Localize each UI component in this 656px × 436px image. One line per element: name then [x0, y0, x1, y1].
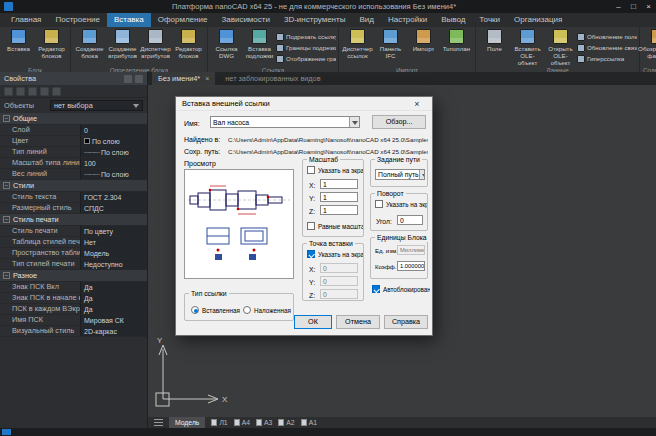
panel-close-icon[interactable] — [135, 75, 143, 83]
properties-section[interactable]: −Стиль печати — [0, 214, 147, 226]
close-button[interactable]: × — [641, 0, 656, 13]
ribbon-button[interactable]: Редактор блоков — [35, 29, 68, 66]
ref-type-radio[interactable]: Вставленная — [191, 306, 240, 314]
ribbon-button[interactable]: Поле — [478, 29, 511, 66]
minimize-button[interactable]: – — [611, 0, 626, 13]
ribbon-tab[interactable]: Вид — [352, 13, 380, 27]
ribbon-tab[interactable]: Главная — [4, 13, 48, 27]
property-row[interactable]: Имя ПСКМировая СК — [0, 315, 147, 326]
properties-section[interactable]: −Разное — [0, 270, 147, 282]
ribbon-tab[interactable]: Оформление — [151, 13, 215, 27]
ribbon-small-button[interactable]: Гиперссылка — [577, 53, 637, 64]
ribbon-tab[interactable]: Настройки — [381, 13, 434, 27]
chevron-down-icon[interactable] — [419, 170, 425, 179]
collapse-icon[interactable]: − — [3, 272, 10, 279]
ribbon-button[interactable]: Диспетчер атрибутов — [139, 29, 172, 66]
tab-close-icon[interactable]: × — [205, 75, 209, 82]
property-row[interactable]: Слой0 — [0, 125, 147, 136]
quick-select-icon[interactable] — [4, 87, 13, 96]
ribbon-small-button[interactable]: Обновление связей — [577, 42, 637, 53]
toggle-pickadd-icon[interactable] — [28, 87, 37, 96]
ok-button[interactable]: ОК — [294, 315, 332, 329]
ribbon-button[interactable]: Обозреватель файлов — [642, 29, 656, 66]
ribbon-button[interactable]: Редактор блоков — [172, 29, 205, 66]
ref-type-radio[interactable]: Наложенная — [243, 306, 291, 314]
property-row[interactable]: Стиль печатиПо цвету — [0, 226, 147, 237]
property-row[interactable]: Тип стилей печатиНедоступно — [0, 259, 147, 270]
insertion-x-input[interactable]: 0 — [320, 263, 358, 273]
ribbon-button[interactable]: Открыть OLE-объект — [544, 29, 577, 66]
sheet-tab[interactable]: Л1 — [208, 417, 230, 428]
chevron-down-icon[interactable] — [349, 117, 359, 127]
ribbon-button[interactable]: Вставка — [2, 29, 35, 66]
ribbon-tab[interactable]: Построение — [48, 13, 107, 27]
collapse-icon[interactable]: − — [3, 115, 10, 122]
browse-button[interactable]: Обзор... — [372, 115, 426, 129]
ribbon-button[interactable]: Панель IFC — [374, 29, 407, 66]
scale-y-input[interactable]: 1 — [320, 192, 358, 202]
property-row[interactable]: Вес линий———По слою — [0, 169, 147, 180]
help-button[interactable]: Справка — [384, 315, 428, 329]
ribbon-small-button[interactable]: Границы подрезки — [276, 42, 336, 53]
dialog-close-icon[interactable]: × — [408, 99, 426, 109]
properties-section[interactable]: −Общие — [0, 113, 147, 125]
scale-x-input[interactable]: 1 — [320, 179, 358, 189]
insertion-specify-checkbox[interactable] — [307, 250, 315, 258]
equal-scales-checkbox[interactable] — [307, 222, 315, 230]
property-row[interactable]: Тип линий———По слою — [0, 147, 147, 158]
ribbon-button[interactable]: Диспетчер ссылок — [341, 29, 374, 66]
ribbon-tab[interactable]: Вывод — [434, 13, 472, 27]
scale-specify-checkbox[interactable] — [307, 166, 315, 174]
sheet-tab[interactable]: А3 — [253, 417, 275, 428]
ribbon-button[interactable]: Вставка подложки — [243, 29, 276, 66]
ribbon-button[interactable]: Импорт — [407, 29, 440, 66]
copy-properties-icon[interactable] — [40, 87, 49, 96]
property-row[interactable]: Масштаб типа линий100 — [0, 158, 147, 169]
objects-dropdown[interactable]: нет выбора — [50, 100, 143, 111]
name-combobox[interactable]: Вал насоса — [210, 116, 360, 128]
ribbon-small-button[interactable]: Подрезать ссылку — [276, 31, 336, 42]
ribbon-button[interactable]: Вставить OLE-объект — [511, 29, 544, 66]
drawing-canvas[interactable]: Y X Вставка внешней ссылки × Имя: Вал на… — [148, 85, 656, 417]
property-row[interactable]: Знак ПСК в начале к...Да — [0, 293, 147, 304]
rotation-specify-checkbox[interactable] — [375, 200, 383, 208]
angle-input[interactable]: 0 — [397, 215, 423, 225]
property-row[interactable]: ЦветПо слою — [0, 136, 147, 147]
factor-input[interactable]: 1.000000 — [397, 261, 425, 271]
autolock-checkbox[interactable] — [372, 285, 380, 293]
property-row[interactable]: Визуальный стиль2D-каркас — [0, 326, 147, 337]
maximize-button[interactable]: □ — [626, 0, 641, 13]
document-tab[interactable]: Без имени4* × — [152, 72, 215, 85]
insertion-z-input[interactable]: 0 — [320, 289, 358, 299]
sheet-tab[interactable]: А2 — [275, 417, 297, 428]
ribbon-tab[interactable]: 3D-инструменты — [277, 13, 353, 27]
property-row[interactable]: Стиль текстаГОСТ 2.304 — [0, 192, 147, 203]
ribbon-button[interactable]: Топоплан — [440, 29, 473, 66]
collapse-icon[interactable]: − — [3, 216, 10, 223]
ribbon-tab[interactable]: Зависимости — [214, 13, 277, 27]
ribbon-tab[interactable]: Точки — [472, 13, 507, 27]
dialog-titlebar[interactable]: Вставка внешней ссылки × — [176, 97, 432, 111]
sheet-tab[interactable]: А1 — [298, 417, 320, 428]
ribbon-small-button[interactable]: Обновление полей — [577, 31, 637, 42]
model-tab[interactable]: Модель — [169, 417, 205, 428]
settings-icon[interactable] — [52, 87, 61, 96]
panel-pin-icon[interactable] — [124, 75, 132, 83]
sheet-menu-icon[interactable] — [154, 422, 163, 423]
property-row[interactable]: Знак ПСК ВклДа — [0, 282, 147, 293]
path-type-dropdown[interactable]: Полный путь — [375, 169, 425, 180]
collapse-icon[interactable]: − — [3, 182, 10, 189]
property-row[interactable]: Размерный стильСПДС — [0, 203, 147, 214]
property-row[interactable]: Таблица стилей печатиНет — [0, 237, 147, 248]
ribbon-small-button[interactable]: Отображение границ подрезки — [276, 53, 336, 64]
insertion-y-input[interactable]: 0 — [320, 276, 358, 286]
properties-section[interactable]: −Стили — [0, 180, 147, 192]
select-objects-icon[interactable] — [16, 87, 25, 96]
ribbon-tab[interactable]: Организация — [507, 13, 569, 27]
property-row[interactable]: ПСК в каждом ВЭкранеДа — [0, 304, 147, 315]
sheet-tab[interactable]: А4 — [231, 417, 253, 428]
ribbon-button[interactable]: Ссылка DWG — [210, 29, 243, 66]
ribbon-button[interactable]: Создание атрибутов — [106, 29, 139, 66]
property-row[interactable]: Пространство табли...Модель — [0, 248, 147, 259]
ribbon-button[interactable]: Создание блока — [73, 29, 106, 66]
